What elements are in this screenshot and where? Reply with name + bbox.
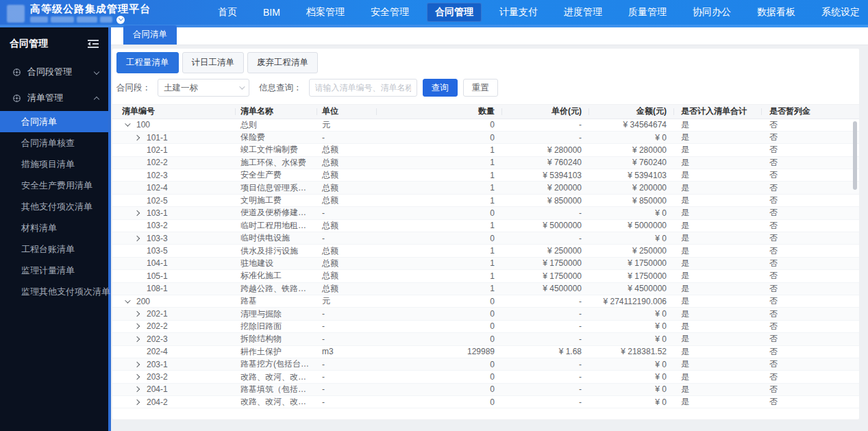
amount-cell: ¥ 1750000 xyxy=(588,270,673,282)
page-tab-bar: 合同清单 xyxy=(111,27,868,45)
list-code: 100 xyxy=(136,120,150,130)
sidebar-menu-item[interactable]: 工程台账清单 xyxy=(0,238,108,260)
unit-price-cell: ¥ 5394103 xyxy=(501,169,588,182)
provisional-sum-cell: 否 xyxy=(761,358,859,370)
nav-item[interactable]: 安全管理 xyxy=(362,3,417,22)
column-header: 是否暂列金 xyxy=(761,105,859,119)
included-in-total-cell: 是 xyxy=(673,383,761,395)
nav-item[interactable]: 系统设定 xyxy=(813,3,868,22)
amount-cell: ¥ 280000 xyxy=(588,144,673,156)
amount-cell: ¥ 34564674 xyxy=(588,119,673,131)
table-row: 102-2施工环保、水保费总额1¥ 760240¥ 760240是否 xyxy=(112,156,859,169)
collapse-row-icon[interactable] xyxy=(125,121,130,127)
expand-row-icon[interactable] xyxy=(134,210,140,216)
nav-item[interactable]: 计量支付 xyxy=(491,3,546,22)
expand-row-icon[interactable] xyxy=(134,386,140,392)
list-name-cell: 挖除旧路面 xyxy=(235,320,317,332)
expand-row-icon[interactable] xyxy=(134,134,140,140)
list-code-cell: 102-2 xyxy=(112,156,235,169)
nav-item[interactable]: 合同管理 xyxy=(427,3,482,22)
provisional-sum-cell: 否 xyxy=(761,219,859,232)
quantity-cell: 0 xyxy=(376,396,501,408)
provisional-sum-cell: 否 xyxy=(761,232,859,245)
amount-cell: ¥ 0 xyxy=(588,232,673,245)
unit-price-cell: ¥ 760240 xyxy=(501,156,588,169)
quantity-cell: 1 xyxy=(376,144,501,156)
project-dropdown-icon[interactable] xyxy=(116,16,125,24)
nav-item[interactable]: 质量管理 xyxy=(620,3,675,22)
nav-item[interactable]: 档案管理 xyxy=(298,3,353,22)
sidebar-menu-item[interactable]: 安全生产费用清单 xyxy=(0,175,108,196)
unit-price-cell: - xyxy=(501,295,588,307)
search-button[interactable]: 查询 xyxy=(423,79,458,97)
list-code-cell: 105-1 xyxy=(112,270,235,282)
sidebar-group-list-management[interactable]: 清单管理 xyxy=(0,85,108,111)
provisional-sum-cell: 否 xyxy=(761,396,859,408)
unit-price-cell: ¥ 5000000 xyxy=(501,219,588,232)
nav-item[interactable]: 进度管理 xyxy=(556,3,610,22)
quantity-cell: 0 xyxy=(376,232,501,245)
expand-row-icon[interactable] xyxy=(134,235,140,241)
table-row: 108-1跨越公路、铁路施工干...总额1¥ 4500000¥ 4500000是… xyxy=(112,282,859,295)
list-code-cell: 102-3 xyxy=(112,169,235,182)
sidebar-menu-item[interactable]: 合同清单核查 xyxy=(0,132,108,153)
reset-button[interactable]: 重置 xyxy=(463,79,498,97)
list-name-cell: 竣工文件编制费 xyxy=(235,144,317,156)
quantity-cell: 0 xyxy=(376,333,501,345)
app-title: 高等级公路集成管理平台 xyxy=(30,3,151,14)
expand-row-icon[interactable] xyxy=(134,323,140,329)
unit-cell: 总额 xyxy=(317,245,376,257)
nav-item[interactable]: 协同办公 xyxy=(684,3,739,22)
amount-cell: ¥ 0 xyxy=(588,371,673,383)
unit-price-cell: - xyxy=(501,320,588,332)
sidebar-menu-item[interactable]: 材料清单 xyxy=(0,217,108,238)
provisional-sum-cell: 否 xyxy=(761,144,859,156)
unit-price-cell: - xyxy=(501,232,588,245)
expand-row-icon[interactable] xyxy=(134,374,140,380)
list-code-cell: 104-1 xyxy=(112,257,235,269)
expand-row-icon[interactable] xyxy=(134,361,140,367)
expand-row-icon[interactable] xyxy=(134,336,140,342)
expand-row-icon[interactable] xyxy=(134,311,140,317)
sidebar-group-contract-sections[interactable]: 合同段管理 xyxy=(0,59,108,85)
table-row: 103-1便道及便桥修建、养护...-0-¥ 0是否 xyxy=(112,207,859,219)
query-input[interactable] xyxy=(309,79,417,97)
content: 工程量清单计日工清单废弃工程清单 合同段： 土建一标 信息查询： 查询 重置 xyxy=(111,45,868,419)
menu-fold-icon[interactable] xyxy=(88,40,99,48)
nav-item[interactable]: BIM xyxy=(255,3,288,21)
list-name-cell: 供水及排污设施 xyxy=(235,245,317,257)
contract-section-select[interactable]: 土建一标 xyxy=(158,79,249,97)
app-logo xyxy=(7,5,25,23)
nav-item[interactable]: 首页 xyxy=(210,3,245,22)
amount-cell: ¥ 4500000 xyxy=(588,282,673,295)
quantity-cell: 129989 xyxy=(376,345,501,358)
list-code-cell: 103-3 xyxy=(112,232,235,245)
amount-cell: ¥ 5394103 xyxy=(588,169,673,182)
sidebar-menu-item[interactable]: 合同清单 xyxy=(0,111,108,132)
sidebar-menu-item[interactable]: 监理计量清单 xyxy=(0,260,108,281)
collapse-row-icon[interactable] xyxy=(125,297,130,303)
vertical-scrollbar[interactable] xyxy=(853,121,857,190)
subtab[interactable]: 工程量清单 xyxy=(116,52,179,73)
redacted-text xyxy=(77,16,97,23)
sidebar-menu-item[interactable]: 其他支付项次清单 xyxy=(0,196,108,217)
nav-item[interactable]: 数据看板 xyxy=(749,3,804,22)
subtab[interactable]: 废弃工程清单 xyxy=(247,52,318,73)
quantity-cell: 1 xyxy=(376,270,501,282)
table-row: 102-4项目信息管理系统（暂...总额1¥ 200000¥ 200000是否 xyxy=(112,182,859,194)
subtab[interactable]: 计日工清单 xyxy=(182,52,245,73)
page-tab-contract-list[interactable]: 合同清单 xyxy=(123,25,177,45)
list-name-cell: 项目信息管理系统（暂... xyxy=(235,182,317,194)
sidebar-menu-item[interactable]: 监理其他支付项次清单 xyxy=(0,281,108,302)
list-code: 103-2 xyxy=(147,221,168,230)
provisional-sum-cell: 否 xyxy=(761,119,859,131)
amount-cell: ¥ 0 xyxy=(588,207,673,219)
redacted-text xyxy=(100,16,112,23)
expand-row-icon[interactable] xyxy=(134,399,140,405)
quantity-cell: 0 xyxy=(376,308,501,320)
provisional-sum-cell: 否 xyxy=(761,194,859,206)
unit-price-cell: - xyxy=(501,131,588,143)
sidebar-menu-item[interactable]: 措施项目清单 xyxy=(0,153,108,175)
table-row: 103-2临时工程用地租用及清...总额1¥ 5000000¥ 5000000是… xyxy=(112,219,859,232)
quantity-cell: 1 xyxy=(376,182,501,194)
